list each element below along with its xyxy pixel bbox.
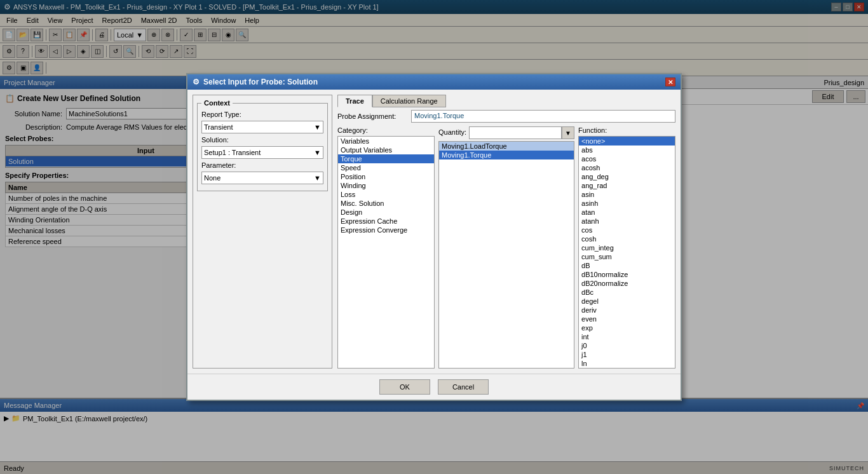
function-label: Function: — [578, 126, 675, 134]
parameter-arrow: ▼ — [314, 174, 321, 182]
solution-label: Solution: — [201, 136, 252, 144]
quantity-item[interactable]: Moving1.LoadTorque — [439, 142, 574, 151]
function-item[interactable]: asin — [579, 190, 675, 199]
function-item[interactable]: ln — [579, 359, 675, 368]
function-item[interactable]: j1 — [579, 350, 675, 359]
function-item[interactable]: asinh — [579, 199, 675, 208]
parameter-select[interactable]: None ▼ — [201, 172, 323, 184]
function-item[interactable]: cum_integ — [579, 243, 675, 252]
report-type-value-row: Transient ▼ — [201, 121, 323, 133]
category-item[interactable]: Design — [338, 208, 434, 217]
three-columns: Category: VariablesOutput VariablesTorqu… — [337, 126, 675, 369]
function-item[interactable]: j0 — [579, 341, 675, 350]
parameter-label: Parameter: — [201, 161, 252, 169]
category-item[interactable]: Winding — [338, 181, 434, 190]
function-item[interactable]: cum_sum — [579, 252, 675, 261]
function-item[interactable]: cosh — [579, 234, 675, 243]
report-type-row: Report Type: — [201, 111, 323, 118]
quantity-search-input[interactable] — [469, 126, 562, 139]
tab-calculation-range[interactable]: Calculation Range — [372, 95, 446, 107]
modal-left-panel: Context Report Type: Transient ▼ Solutio… — [193, 95, 332, 369]
solution-select[interactable]: Setup1 : Transient ▼ — [201, 146, 323, 159]
modal-title-text: Select Input for Probe: Solution — [203, 78, 318, 86]
report-type-value: Transient — [204, 123, 233, 131]
category-column: Category: VariablesOutput VariablesTorqu… — [337, 126, 435, 369]
context-legend: Context — [201, 99, 233, 107]
report-type-label: Report Type: — [201, 111, 252, 118]
quantity-column: Quantity: ▼ Moving1.LoadTorqueMoving1.To… — [438, 126, 574, 369]
quantity-label: Quantity: — [438, 128, 466, 136]
function-listbox[interactable]: <none>absacosacoshang_degang_radasinasin… — [578, 136, 675, 369]
solution-value: Setup1 : Transient — [204, 149, 261, 156]
function-item[interactable]: deriv — [579, 306, 675, 315]
function-item[interactable]: int — [579, 332, 675, 341]
modal-right-panel: Trace Calculation Range Probe Assignment… — [337, 95, 675, 369]
function-item[interactable]: acosh — [579, 163, 675, 172]
probe-assignment-row: Probe Assignment: Moving1.Torque — [337, 110, 675, 123]
function-column: Function: <none>absacosacoshang_degang_r… — [578, 126, 675, 369]
category-item[interactable]: Speed — [338, 163, 434, 172]
function-item[interactable]: dB20normalize — [579, 279, 675, 288]
quantity-item[interactable]: Moving1.Torque — [439, 151, 574, 159]
parameter-label-row: Parameter: — [201, 161, 323, 169]
modal-close-button[interactable]: ✕ — [665, 78, 675, 86]
function-item[interactable]: cos — [579, 226, 675, 234]
modal-footer: OK Cancel — [187, 374, 681, 400]
modal-title-bar: ⚙ Select Input for Probe: Solution ✕ — [187, 74, 681, 90]
function-item[interactable]: dB10normalize — [579, 270, 675, 279]
function-item[interactable]: atan — [579, 208, 675, 217]
report-type-arrow: ▼ — [314, 123, 321, 131]
category-item[interactable]: Position — [338, 172, 434, 181]
solution-value-row: Setup1 : Transient ▼ — [201, 146, 323, 159]
category-item[interactable]: Variables — [338, 137, 434, 146]
category-item[interactable]: Loss — [338, 190, 434, 199]
category-label: Category: — [337, 126, 435, 134]
modal-icon: ⚙ — [193, 78, 200, 86]
quantity-input-row: Quantity: ▼ — [438, 126, 574, 139]
ok-button[interactable]: OK — [379, 379, 430, 395]
tab-bar: Trace Calculation Range — [337, 95, 675, 107]
function-item[interactable]: atanh — [579, 217, 675, 226]
probe-assignment-value: Moving1.Torque — [411, 110, 675, 123]
category-item[interactable]: Misc. Solution — [338, 199, 434, 208]
function-item[interactable]: degel — [579, 297, 675, 306]
solution-label-row: Solution: — [201, 136, 323, 144]
function-item[interactable]: abs — [579, 146, 675, 154]
report-type-select[interactable]: Transient ▼ — [201, 121, 323, 133]
category-item[interactable]: Expression Converge — [338, 226, 434, 234]
tab-trace[interactable]: Trace — [337, 95, 372, 107]
function-item[interactable]: exp — [579, 323, 675, 332]
function-item[interactable]: <none> — [579, 137, 675, 146]
category-item[interactable]: Output Variables — [338, 146, 434, 154]
function-item[interactable]: ang_rad — [579, 181, 675, 190]
function-item[interactable]: even — [579, 315, 675, 323]
parameter-value-row: None ▼ — [201, 172, 323, 184]
context-group: Context Report Type: Transient ▼ Solutio… — [197, 99, 328, 191]
quantity-listbox[interactable]: Moving1.LoadTorqueMoving1.Torque — [438, 141, 574, 369]
parameter-value: None — [204, 174, 220, 182]
modal-body: Context Report Type: Transient ▼ Solutio… — [187, 90, 681, 374]
modal-title-left: ⚙ Select Input for Probe: Solution — [193, 78, 318, 86]
category-listbox[interactable]: VariablesOutput VariablesTorqueSpeedPosi… — [337, 136, 435, 369]
probe-assignment-label: Probe Assignment: — [337, 112, 407, 120]
function-item[interactable]: dB — [579, 261, 675, 270]
category-item[interactable]: Expression Cache — [338, 217, 434, 226]
function-item[interactable]: acos — [579, 154, 675, 163]
solution-arrow: ▼ — [314, 149, 321, 156]
modal-dialog: ⚙ Select Input for Probe: Solution ✕ Con… — [186, 73, 682, 401]
quantity-search-btn[interactable]: ▼ — [562, 126, 574, 139]
function-item[interactable]: ang_deg — [579, 172, 675, 181]
category-item[interactable]: Torque — [338, 154, 434, 163]
function-item[interactable]: dBc — [579, 288, 675, 297]
modal-overlay: ⚙ Select Input for Probe: Solution ✕ Con… — [0, 0, 868, 474]
cancel-button[interactable]: Cancel — [438, 379, 489, 395]
